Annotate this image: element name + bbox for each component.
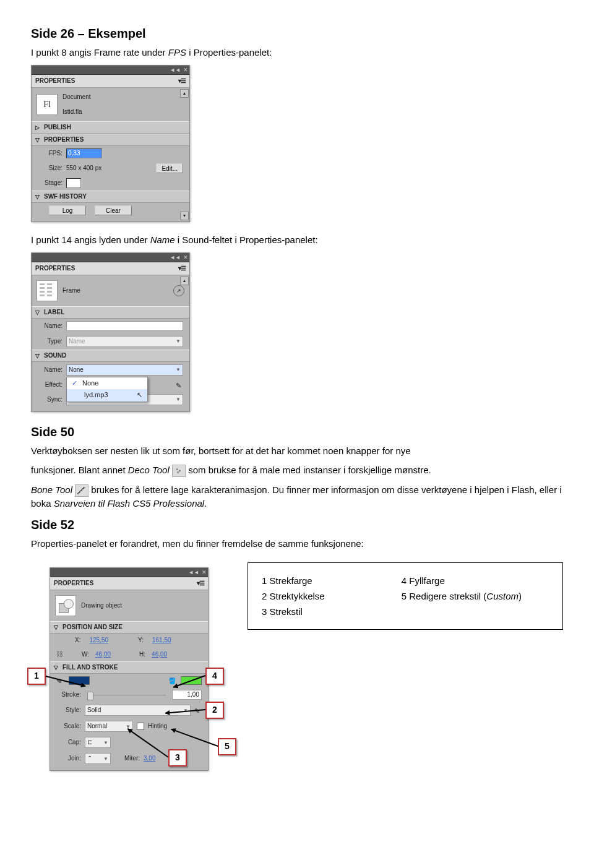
h-value[interactable]: 46,00: [152, 650, 167, 659]
panel-menu-icon[interactable]: ▾☰: [197, 579, 204, 588]
scroll-up-icon[interactable]: ▴: [180, 89, 189, 98]
cap-dropdown[interactable]: ⊏▼: [85, 737, 111, 748]
panel-menu-icon[interactable]: ▾☰: [178, 264, 186, 273]
fps-label: FPS:: [38, 149, 62, 158]
sound-name-dropdown[interactable]: None▼: [66, 364, 183, 376]
w-value[interactable]: 46,00: [95, 650, 111, 659]
panel-menu-icon[interactable]: ▾☰: [178, 77, 186, 85]
join-label: Join:: [56, 754, 81, 763]
sound-name-label: Name:: [38, 366, 62, 374]
close-icon[interactable]: ✕: [183, 66, 188, 74]
section-publish[interactable]: ▷PUBLISH: [32, 121, 189, 134]
collapse-icon: ▽: [35, 352, 41, 360]
log-button[interactable]: Log: [49, 205, 86, 215]
drawing-object-icon: [55, 595, 76, 616]
cap-label: Cap:: [56, 738, 81, 747]
text-italic-custom: Custom: [486, 591, 519, 601]
stage-color-swatch[interactable]: [66, 178, 81, 188]
join-dropdown[interactable]: ⌃▼: [85, 753, 111, 764]
style-label: Style:: [56, 706, 81, 715]
scroll-down-icon[interactable]: ▾: [180, 212, 189, 220]
collapse-icon: ▽: [35, 136, 41, 144]
section-sound[interactable]: ▽SOUND: [32, 350, 189, 362]
object-type-label: Drawing object: [81, 601, 122, 610]
text-italic-bone: Bone Tool: [31, 484, 72, 495]
style-dropdown[interactable]: Solid▼: [85, 705, 191, 716]
clear-button[interactable]: Clear: [95, 205, 132, 215]
legend-item-5: 5 Redigere strekstil (Custom): [402, 590, 549, 603]
stage-label: Stage:: [38, 179, 62, 187]
panel-title: PROPERTIES: [35, 77, 75, 85]
section-label: SOUND: [44, 351, 66, 360]
fl-label: Fl: [43, 98, 51, 111]
callout-1: 1: [27, 668, 46, 685]
edit-effect-icon[interactable]: [176, 381, 183, 389]
collapse-icon[interactable]: ◄◄: [170, 254, 181, 262]
dropdown-option-none[interactable]: ✓None: [67, 377, 147, 389]
lock-aspect-icon[interactable]: ⛓: [56, 650, 63, 659]
option-label: None: [82, 379, 98, 388]
stroke-value-input[interactable]: 1,00: [172, 690, 202, 700]
hinting-checkbox[interactable]: [137, 723, 144, 730]
legend-item-3: 3 Strekstil: [262, 605, 352, 618]
scale-label: Scale:: [56, 722, 81, 731]
heading-side-50: Side 50: [31, 423, 563, 440]
chevron-down-icon: ▼: [103, 739, 108, 746]
h-label: H:: [139, 650, 145, 659]
section-swf-history[interactable]: ▽SWF HISTORY: [32, 191, 189, 203]
x-value[interactable]: 125,50: [89, 636, 108, 645]
section-fill-stroke[interactable]: ▽FILL AND STROKE: [50, 661, 208, 674]
scroll-up-icon[interactable]: ▴: [180, 277, 189, 285]
section-label: LABEL: [44, 308, 64, 317]
dropdown-option-lyd[interactable]: lyd.mp3↖: [67, 389, 147, 401]
cursor-icon: ↖: [137, 390, 142, 400]
bone-tool-icon: [75, 484, 88, 497]
check-icon: ✓: [72, 379, 77, 388]
label-type-dropdown[interactable]: Name▼: [66, 336, 183, 347]
info-icon[interactable]: ↗: [173, 285, 184, 296]
para-toolbox-3: Bone Tool brukes for å lettere lage kara…: [31, 483, 563, 510]
stroke-label: Stroke:: [56, 690, 81, 699]
document-type-icon: Fl: [37, 94, 58, 115]
panel3-annotated-wrap: 1 4 2 5 3 ◄◄ ✕ PROPERTIES ▾☰ Drawing obj…: [31, 562, 223, 782]
text: funksjoner. Blant annet: [31, 465, 128, 475]
type-label: Type:: [38, 337, 62, 346]
para-properties-changed: Properties-panelet er forandret, men du …: [31, 537, 563, 550]
section-label: PROPERTIES: [44, 135, 84, 144]
para-fps-intro: I punkt 8 angis Frame rate under FPS i P…: [31, 46, 563, 59]
text: som brukse for å male med instanser i fo…: [188, 465, 431, 475]
collapse-icon: ▽: [54, 664, 60, 672]
deco-tool-icon: [172, 465, 186, 477]
callout-2: 2: [205, 702, 224, 719]
label-name-input[interactable]: [66, 321, 183, 331]
section-position-size[interactable]: ▽POSITION AND SIZE: [50, 621, 208, 634]
edit-button[interactable]: Edit...: [156, 163, 183, 173]
stroke-slider[interactable]: [87, 695, 166, 695]
properties-panel-drawing: ◄◄ ✕ PROPERTIES ▾☰ Drawing object ▽POSIT…: [50, 567, 209, 771]
section-label-hdr[interactable]: ▽LABEL: [32, 306, 189, 319]
text: I punkt 8 angis Frame rate under: [31, 47, 168, 58]
fps-input[interactable]: 0,33: [66, 148, 102, 158]
section-label: FILL AND STROKE: [62, 663, 118, 672]
panel-titlebar: ◄◄ ✕: [32, 66, 189, 75]
close-icon[interactable]: ✕: [183, 254, 188, 262]
text-italic-book: Snarveien til Flash CS5 Professional: [54, 498, 204, 509]
text: .: [204, 498, 207, 509]
text: ): [519, 591, 522, 601]
collapse-icon[interactable]: ◄◄: [170, 66, 181, 74]
chevron-down-icon: ▼: [176, 338, 181, 345]
dropdown-value: Name: [69, 337, 85, 346]
miter-value[interactable]: 3,00: [144, 754, 155, 763]
section-properties[interactable]: ▽PROPERTIES: [32, 134, 189, 146]
sync-label: Sync:: [38, 395, 62, 404]
slider-thumb[interactable]: [87, 692, 93, 700]
close-icon[interactable]: ✕: [202, 569, 207, 577]
dropdown-value: Solid: [87, 706, 101, 715]
collapse-icon[interactable]: ◄◄: [188, 569, 199, 577]
y-value[interactable]: 161,50: [152, 636, 171, 645]
text-italic-name: Name: [150, 234, 175, 245]
legend-item-4: 4 Fyllfarge: [402, 574, 549, 587]
hinting-label: Hinting: [148, 722, 167, 731]
w-label: W:: [82, 650, 89, 659]
section-label: POSITION AND SIZE: [62, 623, 123, 632]
